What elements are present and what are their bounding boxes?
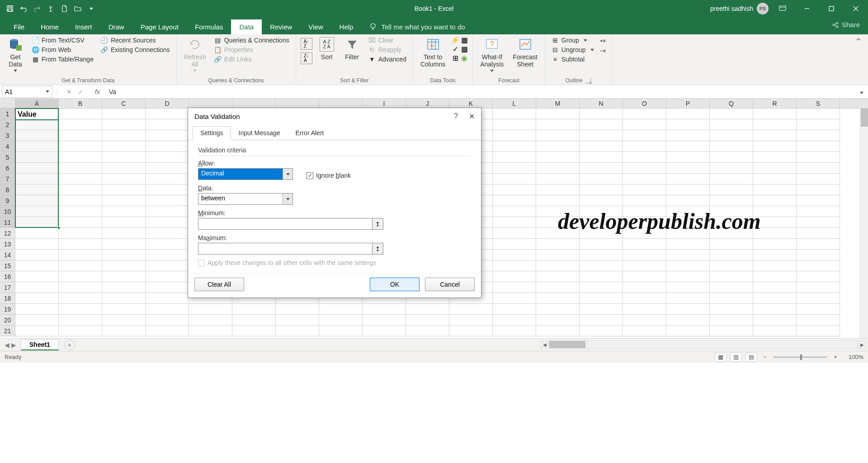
normal-view-icon[interactable]: ▦ (715, 353, 726, 362)
cell[interactable] (710, 260, 753, 271)
cell[interactable] (15, 119, 59, 130)
cell[interactable] (753, 282, 797, 293)
cell[interactable] (146, 304, 189, 315)
cell[interactable] (666, 304, 710, 315)
ribbon-display-options-icon[interactable] (772, 0, 793, 17)
cell[interactable] (710, 152, 753, 163)
ignore-blank-checkbox[interactable]: ✓ Ignore blank (307, 172, 351, 179)
cell[interactable] (146, 228, 189, 239)
cell[interactable] (102, 250, 146, 260)
row-header[interactable]: 4 (0, 141, 15, 152)
group-button[interactable]: ⊞Group (550, 36, 596, 44)
cell[interactable] (753, 239, 797, 250)
col-header[interactable]: S (797, 99, 840, 108)
cell[interactable] (797, 206, 840, 217)
cell[interactable] (710, 271, 753, 282)
cell[interactable] (146, 326, 189, 336)
cell[interactable] (753, 109, 797, 119)
row-header[interactable]: 2 (0, 119, 15, 130)
share-button[interactable]: Share (832, 21, 860, 28)
cell[interactable] (753, 195, 797, 206)
cell[interactable] (232, 304, 276, 315)
col-header[interactable]: M (536, 99, 580, 108)
cell[interactable] (536, 195, 580, 206)
cell[interactable] (797, 315, 840, 326)
expand-formula-bar-icon[interactable] (859, 88, 868, 95)
col-header[interactable]: B (59, 99, 102, 108)
cell[interactable] (319, 304, 363, 315)
refresh-all-button[interactable]: Refresh All (181, 36, 209, 73)
cell[interactable] (146, 293, 189, 304)
cell[interactable] (146, 271, 189, 282)
tab-draw[interactable]: Draw (100, 19, 132, 34)
cell[interactable] (797, 184, 840, 195)
cell[interactable] (493, 119, 536, 130)
cell[interactable] (623, 326, 666, 336)
cell[interactable] (102, 326, 146, 336)
cell[interactable] (102, 228, 146, 239)
remove-duplicates-icon[interactable]: ▦ (461, 36, 468, 43)
cell[interactable] (666, 141, 710, 152)
cell[interactable] (753, 260, 797, 271)
tab-file[interactable]: File (5, 19, 33, 34)
undo-icon[interactable] (17, 2, 30, 15)
cell[interactable] (59, 174, 102, 184)
cell[interactable] (59, 282, 102, 293)
cell[interactable] (102, 195, 146, 206)
cell[interactable] (449, 315, 493, 326)
cell[interactable] (102, 239, 146, 250)
cell[interactable] (580, 174, 623, 184)
col-header[interactable]: P (666, 99, 710, 108)
cell[interactable] (666, 109, 710, 119)
sort-desc-button[interactable]: Z↓A (301, 52, 312, 64)
cell[interactable] (493, 239, 536, 250)
cell[interactable] (753, 141, 797, 152)
cell[interactable] (146, 130, 189, 141)
cell[interactable] (710, 130, 753, 141)
cell[interactable] (580, 315, 623, 326)
touch-mode-icon[interactable] (44, 2, 57, 15)
close-button[interactable] (845, 0, 866, 17)
cell[interactable] (710, 174, 753, 184)
cell[interactable] (580, 184, 623, 195)
cell[interactable] (666, 152, 710, 163)
cell[interactable] (146, 206, 189, 217)
cell[interactable] (536, 293, 580, 304)
cell[interactable] (580, 109, 623, 119)
cell[interactable] (493, 326, 536, 336)
cell[interactable] (493, 163, 536, 174)
cell[interactable] (666, 239, 710, 250)
cell[interactable] (146, 282, 189, 293)
consolidate-icon[interactable]: ▩ (461, 45, 468, 52)
cell[interactable] (536, 184, 580, 195)
cell[interactable] (319, 326, 363, 336)
row-header[interactable]: 13 (0, 239, 15, 250)
cell[interactable] (797, 195, 840, 206)
range-selector-icon[interactable]: ↥ (373, 218, 383, 230)
row-header[interactable]: 18 (0, 293, 15, 304)
cell[interactable] (623, 304, 666, 315)
user-account[interactable]: preethi sadhish PS (710, 3, 769, 14)
cell[interactable] (493, 152, 536, 163)
cell[interactable] (797, 250, 840, 260)
cell[interactable] (753, 326, 797, 336)
cell[interactable] (276, 315, 319, 326)
allow-combobox[interactable]: Decimal (198, 168, 293, 180)
cell[interactable] (753, 119, 797, 130)
cell[interactable] (493, 271, 536, 282)
cell[interactable] (15, 271, 59, 282)
cell[interactable] (406, 326, 449, 336)
col-header[interactable]: N (580, 99, 623, 108)
cell[interactable] (15, 217, 59, 228)
cell[interactable] (232, 326, 276, 336)
cell[interactable] (59, 228, 102, 239)
cell[interactable] (666, 195, 710, 206)
tab-home[interactable]: Home (33, 19, 67, 34)
row-header[interactable]: 16 (0, 271, 15, 282)
cell[interactable] (15, 282, 59, 293)
cell[interactable] (493, 217, 536, 228)
cell[interactable] (146, 250, 189, 260)
cell[interactable] (710, 293, 753, 304)
collapse-ribbon-button[interactable] (849, 34, 868, 85)
tell-me-search[interactable]: Tell me what you want to do (361, 19, 473, 34)
